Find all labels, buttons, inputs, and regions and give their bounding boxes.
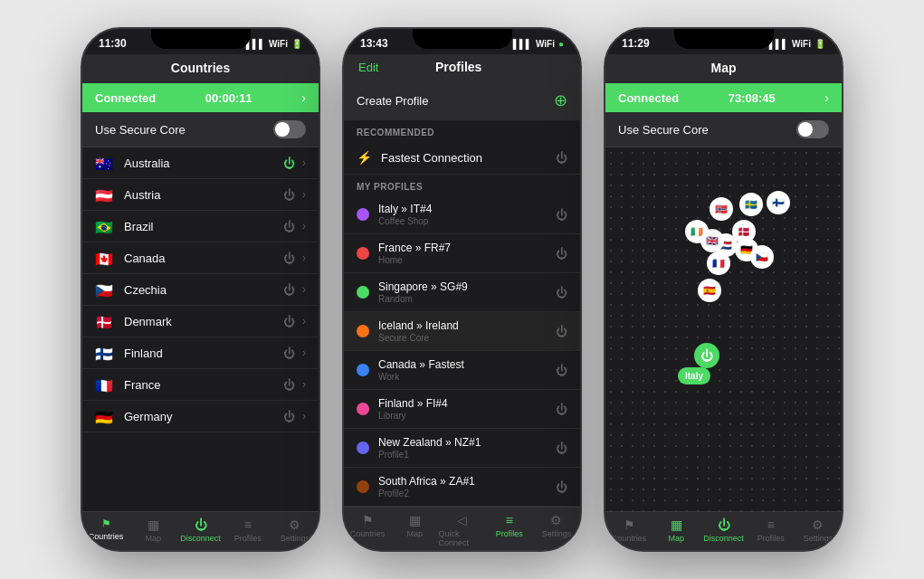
country-item-denmark[interactable]: 🇩🇰 Denmark ⏻ › [82, 306, 319, 337]
phone-content-map: Map Connected 73:08:45 › Use Secure Core… [605, 54, 842, 550]
power-finland[interactable]: ⏻ [283, 346, 295, 360]
power-czechia[interactable]: ⏻ [283, 283, 295, 297]
pin-finland-map: 🇫🇮 [767, 191, 790, 214]
profile-item-france[interactable]: France » FR#7 Home ⏻ [344, 234, 580, 273]
tab-countries[interactable]: ⚑ Countries [82, 517, 129, 543]
country-name-france: France [124, 378, 283, 392]
country-item-finland[interactable]: 🇫🇮 Finland ⏻ › [82, 337, 319, 369]
italy-active-label: Italy [678, 367, 710, 384]
connected-arrow: › [301, 90, 306, 105]
tab-profiles-p[interactable]: ≡ Profiles [486, 513, 533, 547]
profile-item-newzealand[interactable]: New Zealand » NZ#1 Profile1 ⏻ [344, 429, 580, 468]
flag-finland: 🇫🇮 [95, 346, 115, 360]
fastest-power[interactable]: ⏻ [556, 151, 567, 165]
profile-item-finland[interactable]: Finland » FI#4 Library ⏻ [344, 390, 580, 429]
signal-icon-p: ▌▌▌ [513, 39, 532, 49]
tab-disconnect[interactable]: ⏻ Disconnect [176, 517, 224, 543]
country-item-germany[interactable]: 🇩🇪 Germany ⏻ › [82, 401, 319, 432]
flag-australia: 🇦🇺 [95, 156, 115, 170]
tab-countries-m[interactable]: ⚑ Countries [605, 517, 653, 543]
settings-icon-p: ⚙ [550, 513, 562, 527]
map-area[interactable]: 🇳🇴 🇸🇪 🇫🇮 🇩🇰 🇳🇱 🇩🇪 🇫🇷 🇮🇪 🇬🇧 🇪🇸 🇨🇿 ⏻ Italy [605, 147, 842, 511]
power-canada[interactable]: ⏻ [283, 252, 295, 265]
profile-dot-singapore [357, 286, 369, 299]
power-france[interactable]: ⏻ [283, 378, 295, 392]
create-profile-row[interactable]: Create Profile ⊕ [344, 81, 580, 120]
country-item-australia[interactable]: 🇦🇺 Australia ⏻ › [82, 147, 319, 179]
connected-label-map: Connected [618, 91, 679, 105]
profile-item-singapore[interactable]: Singapore » SG#9 Random ⏻ [344, 273, 580, 312]
add-profile-icon[interactable]: ⊕ [554, 90, 567, 110]
secure-core-label-map: Use Secure Core [618, 123, 709, 137]
tab-profiles[interactable]: ≡ Profiles [224, 517, 271, 543]
power-denmark[interactable]: ⏻ [283, 315, 295, 328]
notch [151, 29, 251, 49]
edit-button[interactable]: Edit [358, 61, 378, 74]
tab-settings-m[interactable]: ⚙ Settings [795, 517, 842, 543]
tab-quickconnect-p[interactable]: ◁ Quick Connect [438, 513, 485, 547]
status-icons: ▌▌▌ WiFi 🔋 [246, 39, 302, 49]
power-singapore[interactable]: ⏻ [556, 286, 567, 299]
power-nz[interactable]: ⏻ [556, 441, 567, 455]
profile-subtitle-iceland: Secure Core [378, 333, 556, 343]
power-australia[interactable]: ⏻ [283, 157, 295, 170]
power-finland-p[interactable]: ⏻ [556, 403, 567, 416]
pin-czechia-map: 🇨🇿 [750, 245, 774, 269]
power-iceland[interactable]: ⏻ [556, 325, 567, 338]
profile-info-singapore: Singapore » SG#9 Random [378, 280, 556, 304]
tab-countries-label-m: Countries [612, 534, 647, 543]
pin-norway: 🇳🇴 [710, 197, 733, 221]
tab-profiles-label: Profiles [234, 534, 262, 543]
profile-subtitle-singapore: Random [378, 294, 556, 304]
countries-icon-m: ⚑ [624, 517, 635, 532]
secure-core-toggle[interactable] [273, 120, 306, 138]
flag-denmark: 🇩🇰 [95, 314, 115, 328]
arrow-czechia: › [302, 283, 306, 296]
fastest-connection-item[interactable]: ⚡ Fastest Connection ⏻ [344, 141, 580, 175]
profile-title-canada: Canada » Fastest [378, 358, 556, 371]
power-brazil[interactable]: ⏻ [283, 220, 295, 233]
wifi-icon: WiFi [269, 39, 288, 49]
connected-bar[interactable]: Connected 00:00:11 › [82, 83, 319, 112]
power-france-p[interactable]: ⏻ [556, 247, 567, 261]
country-item-canada[interactable]: 🇨🇦 Canada ⏻ › [82, 242, 319, 274]
tab-profiles-m[interactable]: ≡ Profiles [748, 517, 795, 543]
tab-disconnect-label: Disconnect [180, 534, 221, 543]
profile-item-italy[interactable]: Italy » IT#4 Coffee Shop ⏻ [344, 195, 580, 234]
profile-item-canada[interactable]: Canada » Fastest Work ⏻ [344, 351, 580, 390]
profile-title-nz: New Zealand » NZ#1 [378, 436, 556, 449]
profile-subtitle-sa: Profile2 [378, 489, 556, 498]
power-italy[interactable]: ⏻ [556, 208, 567, 222]
country-name-czechia: Czechia [124, 283, 283, 297]
profile-item-southafrica[interactable]: South Africa » ZA#1 Profile2 ⏻ [344, 468, 580, 507]
tab-settings-p[interactable]: ⚙ Settings [533, 513, 580, 547]
arrow-austria: › [302, 188, 306, 201]
fastest-text: Fastest Connection [381, 151, 556, 165]
tab-map[interactable]: ▦ Map [129, 517, 176, 543]
country-item-czechia[interactable]: 🇨🇿 Czechia ⏻ › [82, 274, 319, 306]
power-canada-p[interactable]: ⏻ [556, 364, 567, 377]
power-germany[interactable]: ⏻ [283, 410, 295, 423]
wifi-icon-m: WiFi [792, 39, 811, 49]
power-austria[interactable]: ⏻ [283, 188, 295, 202]
flag-czechia: 🇨🇿 [95, 282, 115, 297]
country-item-france[interactable]: 🇫🇷 France ⏻ › [82, 369, 319, 401]
profile-subtitle-france: Home [378, 255, 556, 265]
arrow-denmark: › [302, 315, 306, 327]
tab-map-m[interactable]: ▦ Map [653, 517, 700, 543]
pin-uk: 🇬🇧 [700, 229, 724, 252]
secure-core-toggle-map[interactable] [796, 120, 829, 138]
tab-map-p[interactable]: ▦ Map [391, 513, 438, 547]
italy-power-pin[interactable]: ⏻ [691, 340, 722, 371]
secure-core-row-map: Use Secure Core [605, 112, 842, 147]
tab-disconnect-m[interactable]: ⏻ Disconnect [700, 517, 747, 543]
tab-settings[interactable]: ⚙ Settings [271, 517, 319, 543]
profile-item-iceland[interactable]: Iceland » Ireland Secure Core ⏻ [344, 312, 580, 351]
nav-title: Countries [171, 61, 230, 75]
country-item-brazil[interactable]: 🇧🇷 Brazil ⏻ › [82, 211, 319, 242]
tab-countries-p[interactable]: ⚑ Countries [344, 513, 391, 547]
connected-bar-map[interactable]: Connected 73:08:45 › [605, 83, 842, 112]
power-sa[interactable]: ⏻ [556, 480, 567, 494]
country-item-austria[interactable]: 🇦🇹 Austria ⏻ › [82, 179, 319, 211]
country-name-brazil: Brazil [124, 220, 283, 233]
